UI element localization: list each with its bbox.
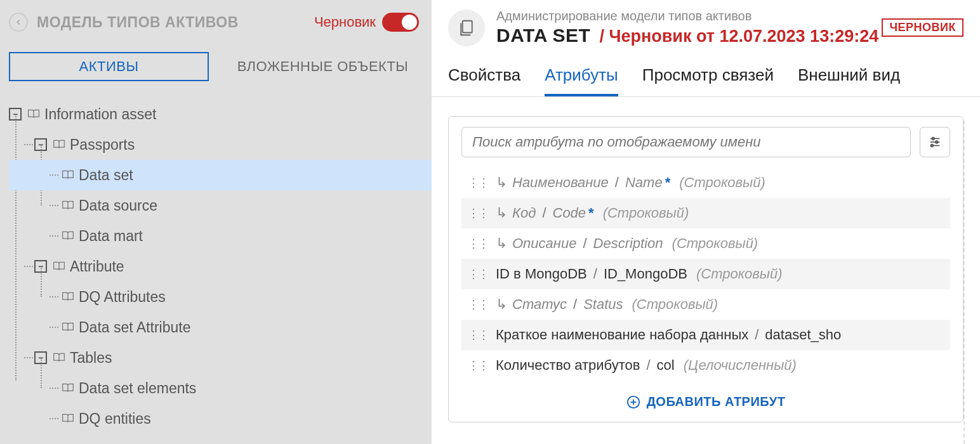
attribute-row[interactable]: ⋮⋮ID в MongoDB/ID_MongoDB(Строковый)	[461, 259, 950, 289]
drag-handle-icon[interactable]: ⋮⋮	[468, 267, 488, 281]
tree-node-dq-entities[interactable]: DQ entities	[9, 403, 432, 434]
inherit-arrow-icon: ↳	[496, 205, 507, 221]
attribute-row[interactable]: ⋮⋮↳Описание/Description(Строковый)	[461, 228, 950, 259]
tree-node-data-source[interactable]: Data source	[9, 190, 432, 221]
attr-display-name: Количество атрибутов	[496, 357, 640, 374]
attr-code: Code	[553, 205, 586, 221]
attr-code: dataset_sho	[765, 327, 841, 343]
attr-type: (Строковый)	[672, 235, 758, 252]
attr-display-name: Статус	[512, 296, 567, 313]
draft-toggle-label: Черновик	[314, 14, 376, 30]
tab-appearance[interactable]: Внешний вид	[798, 65, 900, 96]
tree-label: DQ entities	[79, 410, 151, 428]
tab-attributes[interactable]: Атрибуты	[545, 65, 618, 96]
required-star-icon: *	[588, 205, 594, 221]
attribute-row[interactable]: ⋮⋮↳Наименование/Name*(Строковый)	[461, 167, 950, 198]
tree-node-data-set-elements[interactable]: Data set elements	[9, 373, 432, 403]
attr-code: Status	[583, 296, 623, 313]
attr-type: (Строковый)	[603, 205, 689, 221]
attribute-row[interactable]: ⋮⋮↳Статус/Status(Строковый)	[461, 289, 950, 320]
book-icon	[51, 260, 67, 273]
expander-icon[interactable]: −	[34, 351, 47, 364]
attribute-row[interactable]: ⋮⋮Количество атрибутов/col(Целочисленный…	[461, 350, 950, 381]
inherit-arrow-icon: ↳	[496, 235, 507, 252]
drag-handle-icon[interactable]: ⋮⋮	[468, 297, 488, 311]
inherit-arrow-icon: ↳	[496, 296, 507, 313]
attr-type: (Строковый)	[696, 266, 783, 282]
right-divider	[963, 121, 965, 444]
tree-label: Information asset	[44, 106, 156, 123]
required-star-icon: *	[665, 174, 671, 191]
separator: /	[573, 296, 577, 313]
expander-icon[interactable]: −	[34, 138, 47, 151]
tree-node-tables[interactable]: − Tables	[9, 343, 432, 373]
attr-display-name: Код	[512, 205, 536, 221]
svg-rect-0	[463, 20, 472, 32]
drag-handle-icon[interactable]: ⋮⋮	[468, 358, 488, 372]
attr-code: ID_MongoDB	[604, 266, 687, 282]
tree-label: Attribute	[70, 258, 124, 275]
draft-toggle[interactable]	[382, 13, 419, 32]
draft-timestamp: / Черновик от 12.07.2023 13:29:24	[599, 27, 878, 46]
attr-code: col	[657, 357, 675, 374]
attr-display-name: Наименование	[512, 174, 609, 191]
drag-handle-icon[interactable]: ⋮⋮	[468, 176, 488, 190]
drag-handle-icon[interactable]: ⋮⋮	[468, 206, 488, 220]
attribute-search-input[interactable]	[461, 127, 911, 157]
separator: /	[593, 266, 597, 282]
left-panel-title: МОДЕЛЬ ТИПОВ АКТИВОВ	[37, 14, 314, 31]
book-icon	[51, 351, 67, 364]
tree-node-dq-attributes[interactable]: DQ Attributes	[9, 282, 432, 312]
separator: /	[755, 327, 758, 343]
tree-node-information-asset[interactable]: − Information asset	[9, 99, 432, 129]
inherit-arrow-icon: ↳	[496, 174, 507, 191]
tab-links[interactable]: Просмотр связей	[642, 65, 774, 96]
title-row: DATA SET / Черновик от 12.07.2023 13:29:…	[496, 25, 882, 46]
add-attribute-button[interactable]: ДОБАВИТЬ АТРИБУТ	[461, 395, 950, 409]
attr-code: Description	[593, 235, 663, 252]
tree-node-passports[interactable]: − Passports	[9, 129, 432, 160]
tree-node-data-mart[interactable]: Data mart	[9, 221, 432, 251]
attribute-list: ⋮⋮↳Наименование/Name*(Строковый)⋮⋮↳Код/C…	[461, 167, 950, 381]
attr-type: (Строковый)	[632, 296, 718, 313]
separator: /	[542, 205, 546, 221]
back-button[interactable]	[9, 13, 28, 32]
attr-type: (Строковый)	[679, 174, 765, 191]
book-icon	[51, 138, 67, 151]
attr-display-name: Краткое наименование набора данных	[496, 327, 748, 343]
expander-icon[interactable]: −	[34, 260, 47, 273]
book-icon	[60, 230, 76, 242]
expander-icon[interactable]: −	[9, 108, 22, 121]
attribute-row[interactable]: ⋮⋮↳Код/Code*(Строковый)	[461, 198, 950, 228]
tree-node-data-set[interactable]: Data set	[9, 160, 432, 190]
asset-tree: − Information asset − Passports Data set…	[0, 99, 432, 434]
tree-label: Passports	[70, 136, 135, 153]
attr-code: Name	[625, 174, 663, 191]
page-title: DATA SET	[496, 25, 590, 46]
tree-node-attribute[interactable]: − Attribute	[9, 251, 432, 282]
right-panel: Администрирование модели типов активов D…	[432, 0, 980, 444]
attributes-toolbar	[461, 127, 950, 157]
attributes-card: ⋮⋮↳Наименование/Name*(Строковый)⋮⋮↳Код/C…	[448, 116, 963, 422]
drag-handle-icon[interactable]: ⋮⋮	[468, 328, 488, 342]
tab-nested-objects[interactable]: ВЛОЖЕННЫЕ ОБЪЕКТЫ	[223, 52, 423, 81]
tree-node-data-set-attribute[interactable]: Data set Attribute	[9, 312, 432, 343]
tree-label: Data source	[79, 197, 157, 214]
left-panel: МОДЕЛЬ ТИПОВ АКТИВОВ Черновик АКТИВЫ ВЛО…	[0, 0, 432, 444]
attribute-row[interactable]: ⋮⋮Краткое наименование набора данных/dat…	[461, 320, 950, 350]
left-header: МОДЕЛЬ ТИПОВ АКТИВОВ Черновик	[0, 0, 432, 43]
documents-stack-icon	[448, 10, 485, 46]
book-icon	[60, 412, 76, 425]
tree-label: Data set Attribute	[79, 319, 190, 336]
book-icon	[25, 108, 42, 121]
tree-label: Tables	[70, 349, 112, 367]
book-icon	[60, 321, 76, 334]
filter-button[interactable]	[920, 127, 950, 157]
tab-assets[interactable]: АКТИВЫ	[9, 52, 209, 81]
attr-display-name: ID в MongoDB	[496, 266, 587, 282]
breadcrumb: Администрирование модели типов активов	[496, 9, 882, 23]
separator: /	[615, 174, 619, 191]
drag-handle-icon[interactable]: ⋮⋮	[468, 237, 488, 251]
tab-properties[interactable]: Свойства	[448, 65, 520, 96]
separator: /	[646, 357, 650, 374]
